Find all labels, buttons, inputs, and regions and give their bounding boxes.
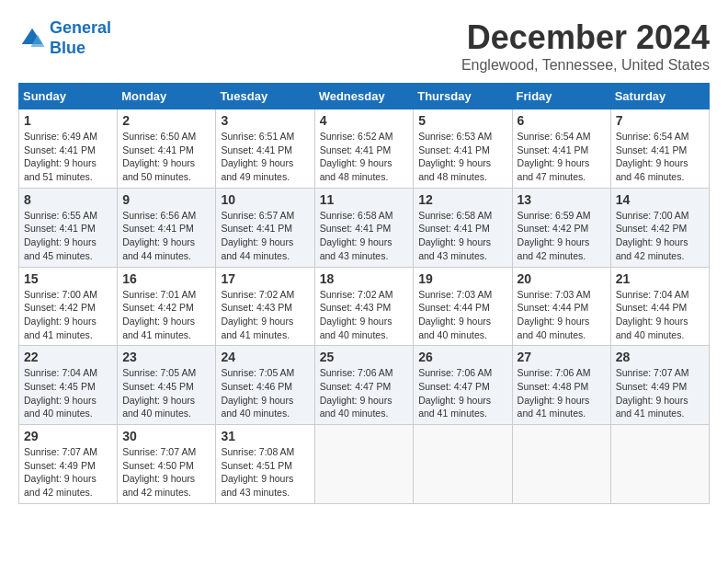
day-info: Sunrise: 7:07 AM Sunset: 4:49 PM Dayligh…: [24, 445, 112, 500]
day-info: Sunrise: 7:07 AM Sunset: 4:50 PM Dayligh…: [122, 445, 210, 500]
day-number: 30: [122, 429, 210, 443]
day-info: Sunrise: 7:02 AM Sunset: 4:43 PM Dayligh…: [221, 288, 309, 342]
calendar-cell: 10 Sunrise: 6:57 AM Sunset: 4:41 PM Dayl…: [216, 188, 314, 267]
day-info: Sunrise: 6:59 AM Sunset: 4:42 PM Dayligh…: [518, 209, 606, 263]
title-area: December 2024 Englewood, Tennessee, Unit…: [461, 18, 710, 74]
day-info: Sunrise: 7:00 AM Sunset: 4:42 PM Dayligh…: [616, 209, 704, 263]
day-info: Sunrise: 7:07 AM Sunset: 4:49 PM Dayligh…: [616, 366, 704, 420]
day-info: Sunrise: 7:01 AM Sunset: 4:42 PM Dayligh…: [122, 288, 210, 342]
day-info: Sunrise: 7:03 AM Sunset: 4:44 PM Dayligh…: [518, 288, 606, 342]
day-number: 12: [418, 192, 506, 207]
day-info: Sunrise: 7:06 AM Sunset: 4:47 PM Dayligh…: [320, 366, 409, 420]
day-number: 25: [320, 350, 409, 364]
calendar-cell: 30 Sunrise: 7:07 AM Sunset: 4:50 PM Dayl…: [118, 425, 216, 504]
day-info: Sunrise: 6:50 AM Sunset: 4:41 PM Dayligh…: [122, 130, 210, 184]
calendar-table: SundayMondayTuesdayWednesdayThursdayFrid…: [18, 83, 710, 504]
day-info: Sunrise: 7:04 AM Sunset: 4:44 PM Dayligh…: [616, 288, 704, 342]
calendar-cell: 14 Sunrise: 7:00 AM Sunset: 4:42 PM Dayl…: [610, 188, 709, 267]
day-info: Sunrise: 7:00 AM Sunset: 4:42 PM Dayligh…: [24, 288, 112, 342]
day-number: 21: [616, 271, 704, 286]
day-number: 16: [122, 271, 210, 286]
weekday-header: Sunday: [19, 84, 118, 109]
logo-icon: [18, 25, 46, 52]
calendar-week-row: 8 Sunrise: 6:55 AM Sunset: 4:41 PM Dayli…: [19, 188, 710, 267]
day-info: Sunrise: 6:51 AM Sunset: 4:41 PM Dayligh…: [221, 130, 309, 184]
calendar-cell: 9 Sunrise: 6:56 AM Sunset: 4:41 PM Dayli…: [118, 188, 216, 267]
day-info: Sunrise: 6:54 AM Sunset: 4:41 PM Dayligh…: [518, 130, 606, 184]
day-number: 1: [24, 113, 112, 128]
day-info: Sunrise: 6:52 AM Sunset: 4:41 PM Dayligh…: [320, 130, 409, 184]
calendar-cell: 29 Sunrise: 7:07 AM Sunset: 4:49 PM Dayl…: [19, 425, 118, 504]
day-number: 9: [122, 192, 210, 207]
day-info: Sunrise: 7:05 AM Sunset: 4:46 PM Dayligh…: [221, 366, 309, 420]
day-number: 23: [122, 350, 210, 364]
calendar-cell: [610, 425, 709, 504]
day-number: 13: [518, 192, 606, 207]
day-number: 22: [24, 350, 112, 364]
day-number: 8: [24, 192, 112, 207]
day-info: Sunrise: 7:04 AM Sunset: 4:45 PM Dayligh…: [24, 366, 112, 420]
calendar-cell: 2 Sunrise: 6:50 AM Sunset: 4:41 PM Dayli…: [118, 109, 216, 189]
calendar-cell: 17 Sunrise: 7:02 AM Sunset: 4:43 PM Dayl…: [216, 267, 314, 346]
day-info: Sunrise: 6:58 AM Sunset: 4:41 PM Dayligh…: [418, 209, 506, 263]
day-number: 29: [24, 429, 112, 443]
calendar-cell: 21 Sunrise: 7:04 AM Sunset: 4:44 PM Dayl…: [610, 267, 709, 346]
logo-line1: General: [50, 18, 111, 37]
day-number: 2: [122, 113, 210, 128]
calendar-cell: 5 Sunrise: 6:53 AM Sunset: 4:41 PM Dayli…: [414, 109, 512, 189]
day-number: 14: [616, 192, 704, 207]
calendar-week-row: 15 Sunrise: 7:00 AM Sunset: 4:42 PM Dayl…: [19, 267, 710, 346]
calendar-cell: 20 Sunrise: 7:03 AM Sunset: 4:44 PM Dayl…: [512, 267, 610, 346]
calendar-cell: 15 Sunrise: 7:00 AM Sunset: 4:42 PM Dayl…: [19, 267, 118, 346]
calendar-cell: 22 Sunrise: 7:04 AM Sunset: 4:45 PM Dayl…: [19, 346, 118, 425]
day-info: Sunrise: 7:02 AM Sunset: 4:43 PM Dayligh…: [320, 288, 409, 342]
calendar-cell: 28 Sunrise: 7:07 AM Sunset: 4:49 PM Dayl…: [610, 346, 709, 425]
calendar-cell: 27 Sunrise: 7:06 AM Sunset: 4:48 PM Dayl…: [512, 346, 610, 425]
day-info: Sunrise: 7:08 AM Sunset: 4:51 PM Dayligh…: [221, 445, 309, 500]
calendar-cell: 6 Sunrise: 6:54 AM Sunset: 4:41 PM Dayli…: [512, 109, 610, 189]
calendar-cell: [414, 425, 512, 504]
calendar-cell: 26 Sunrise: 7:06 AM Sunset: 4:47 PM Dayl…: [414, 346, 512, 425]
day-number: 5: [418, 113, 506, 128]
calendar-cell: 23 Sunrise: 7:05 AM Sunset: 4:45 PM Dayl…: [118, 346, 216, 425]
logo: General Blue: [18, 18, 111, 58]
day-info: Sunrise: 6:53 AM Sunset: 4:41 PM Dayligh…: [418, 130, 506, 184]
weekday-header: Wednesday: [314, 84, 414, 109]
calendar-cell: 24 Sunrise: 7:05 AM Sunset: 4:46 PM Dayl…: [216, 346, 314, 425]
weekday-header: Saturday: [610, 84, 709, 109]
calendar-cell: 8 Sunrise: 6:55 AM Sunset: 4:41 PM Dayli…: [19, 188, 118, 267]
weekday-header-row: SundayMondayTuesdayWednesdayThursdayFrid…: [19, 84, 710, 109]
calendar-week-row: 1 Sunrise: 6:49 AM Sunset: 4:41 PM Dayli…: [19, 109, 710, 189]
day-number: 10: [221, 192, 309, 207]
calendar-cell: 13 Sunrise: 6:59 AM Sunset: 4:42 PM Dayl…: [512, 188, 610, 267]
calendar-week-row: 22 Sunrise: 7:04 AM Sunset: 4:45 PM Dayl…: [19, 346, 710, 425]
day-info: Sunrise: 6:49 AM Sunset: 4:41 PM Dayligh…: [24, 130, 112, 184]
day-number: 11: [320, 192, 409, 207]
day-info: Sunrise: 7:06 AM Sunset: 4:47 PM Dayligh…: [418, 366, 506, 420]
logo-line2: Blue: [50, 39, 85, 57]
day-number: 17: [221, 271, 309, 286]
calendar-cell: 18 Sunrise: 7:02 AM Sunset: 4:43 PM Dayl…: [314, 267, 414, 346]
calendar-cell: 16 Sunrise: 7:01 AM Sunset: 4:42 PM Dayl…: [118, 267, 216, 346]
day-number: 3: [221, 113, 309, 128]
day-number: 24: [221, 350, 309, 364]
day-number: 27: [518, 350, 606, 364]
day-number: 26: [418, 350, 506, 364]
day-info: Sunrise: 6:56 AM Sunset: 4:41 PM Dayligh…: [122, 209, 210, 263]
day-info: Sunrise: 7:03 AM Sunset: 4:44 PM Dayligh…: [418, 288, 506, 342]
day-number: 20: [518, 271, 606, 286]
calendar-cell: 3 Sunrise: 6:51 AM Sunset: 4:41 PM Dayli…: [216, 109, 314, 189]
day-number: 6: [518, 113, 606, 128]
calendar-cell: [512, 425, 610, 504]
location: Englewood, Tennessee, United States: [461, 57, 710, 74]
day-info: Sunrise: 6:58 AM Sunset: 4:41 PM Dayligh…: [320, 209, 409, 263]
day-number: 28: [616, 350, 704, 364]
day-number: 15: [24, 271, 112, 286]
calendar-cell: 1 Sunrise: 6:49 AM Sunset: 4:41 PM Dayli…: [19, 109, 118, 189]
day-number: 4: [320, 113, 409, 128]
month-title: December 2024: [461, 18, 710, 57]
day-number: 7: [616, 113, 704, 128]
calendar-week-row: 29 Sunrise: 7:07 AM Sunset: 4:49 PM Dayl…: [19, 425, 710, 504]
calendar-cell: [314, 425, 414, 504]
day-info: Sunrise: 6:54 AM Sunset: 4:41 PM Dayligh…: [616, 130, 704, 184]
